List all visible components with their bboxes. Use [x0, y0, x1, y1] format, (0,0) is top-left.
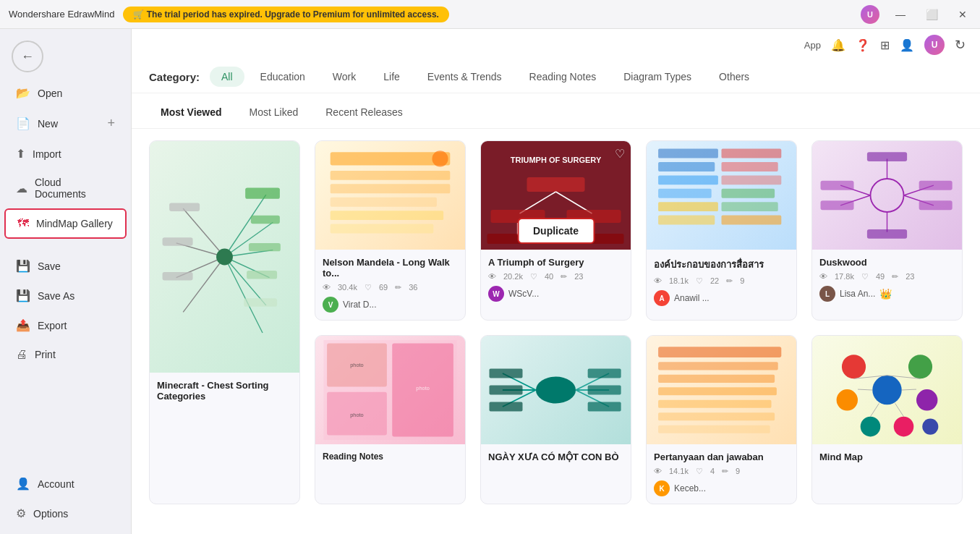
svg-line-1	[225, 222, 273, 257]
svg-rect-19	[331, 152, 451, 165]
window-controls: U — ⬜ ✕	[861, 5, 971, 24]
cat-btn-all[interactable]: All	[210, 67, 244, 87]
sidebar-item-import[interactable]: ⬆ Import	[4, 140, 127, 168]
sidebar-item-cloud[interactable]: ☁ Cloud Documents	[4, 169, 127, 207]
cloud-label: Cloud Documents	[35, 177, 115, 200]
svg-point-68	[536, 377, 576, 404]
svg-rect-46	[658, 216, 715, 225]
cat-btn-reading[interactable]: Reading Notes	[518, 67, 608, 87]
filter-recent[interactable]: Recent Releases	[314, 102, 414, 122]
card-duskwood-author: L Lisa An... 👑	[819, 286, 955, 302]
new-plus-icon: +	[107, 116, 115, 131]
svg-rect-56	[867, 229, 907, 239]
svg-rect-23	[331, 211, 443, 220]
gallery-card-circles[interactable]: Mind Map	[811, 335, 963, 504]
gallery-card-thai[interactable]: องค์ประกอบของการสื่อสาร 👁 18.1k ♡ 22 ✏ 9…	[646, 140, 797, 321]
svg-rect-40	[722, 149, 782, 158]
duplicate-overlay[interactable]: Duplicate	[517, 218, 595, 244]
svg-rect-59	[919, 181, 953, 190]
svg-point-10	[216, 249, 233, 266]
close-button[interactable]: ✕	[954, 7, 971, 22]
sidebar-item-account[interactable]: 👤 Account	[4, 470, 127, 498]
card-nelson-title: Nelson Mandela - Long Walk to...	[323, 257, 458, 279]
svg-line-98	[858, 389, 872, 390]
sidebar-item-export[interactable]: 📤 Export	[4, 311, 127, 339]
sidebar-item-new[interactable]: 📄 New +	[4, 109, 127, 138]
new-icon: 📄	[16, 116, 30, 130]
svg-rect-11	[245, 188, 280, 199]
open-icon: 📂	[16, 86, 30, 100]
cat-btn-diagram[interactable]: Diagram Types	[612, 67, 703, 87]
apps-grid-icon[interactable]: ⊞	[880, 38, 890, 52]
content-area: App 🔔 ❓ ⊞ 👤 U ↻ Category: All Education …	[132, 29, 980, 534]
gallery-card-nelson[interactable]: Nelson Mandela - Long Walk to... 👁 30.4k…	[315, 140, 466, 321]
new-label: New	[38, 118, 58, 130]
options-label: Options	[33, 508, 68, 520]
gallery-card-ngay[interactable]: NGÀY XƯA CÓ MỘT CON BÒ	[480, 335, 631, 504]
views-count: 30.4k	[338, 283, 357, 292]
svg-rect-47	[722, 216, 782, 225]
cat-btn-events[interactable]: Events & Trends	[416, 67, 514, 87]
svg-rect-79	[588, 386, 621, 395]
svg-rect-42	[722, 175, 782, 185]
gallery-card-book[interactable]: photo photo photo Reading Notes	[315, 335, 466, 504]
saveas-icon: 💾	[16, 289, 30, 302]
svg-point-89	[842, 355, 866, 378]
back-button[interactable]: ←	[12, 41, 43, 72]
options-icon: ⚙	[16, 507, 26, 520]
minimize-button[interactable]: —	[891, 7, 910, 22]
sidebar-item-open[interactable]: 📂 Open	[4, 79, 127, 107]
card-pertanyaan-title: Pertanyaan dan jawaban	[654, 452, 789, 462]
svg-rect-81	[658, 347, 781, 357]
card-duskwood-title: Duskwood	[819, 257, 955, 268]
svg-rect-86	[658, 412, 775, 420]
svg-rect-43	[722, 189, 775, 198]
bell-icon[interactable]: 🔔	[831, 38, 845, 52]
category-bar: Category: All Education Work Life Events…	[132, 55, 980, 93]
cat-btn-work[interactable]: Work	[321, 67, 367, 87]
svg-rect-87	[658, 425, 770, 433]
user-avatar[interactable]: U	[861, 5, 879, 24]
filter-most-liked[interactable]: Most Liked	[238, 102, 310, 122]
print-icon: 🖨	[16, 348, 27, 361]
filter-most-viewed[interactable]: Most Viewed	[149, 102, 234, 122]
heart-button-surgery[interactable]: ♡	[615, 147, 625, 161]
open-label: Open	[38, 88, 62, 99]
svg-point-48	[871, 179, 904, 212]
help-icon[interactable]: ❓	[856, 38, 870, 52]
gallery-card-duskwood[interactable]: Duskwood 👁 17.8k ♡ 49 ✏ 23 L Lisa An...	[811, 140, 963, 321]
user-menu-icon[interactable]: 👤	[900, 38, 914, 52]
maximize-button[interactable]: ⬜	[921, 7, 942, 22]
sidebar-item-saveas[interactable]: 💾 Save As	[4, 281, 127, 310]
sidebar-item-options[interactable]: ⚙ Options	[4, 499, 127, 527]
profile-avatar[interactable]: U	[924, 35, 945, 55]
svg-rect-85	[658, 400, 771, 408]
card-pertanyaan-author: K Keceb...	[654, 480, 789, 496]
gallery-card-pertanyaan[interactable]: Pertanyaan dan jawaban 👁 14.1k ♡ 4 ✏ 9 K…	[646, 335, 797, 504]
export-icon: 📤	[16, 318, 30, 332]
likes-count: 69	[379, 283, 388, 292]
card-pertanyaan-stats: 👁 14.1k ♡ 4 ✏ 9	[654, 467, 789, 476]
gallery-card-surgery[interactable]: TRIUMPH OF SURGERY ♡	[480, 140, 631, 321]
cat-btn-others[interactable]: Others	[707, 67, 761, 87]
author-avatar-pertanyaan: K	[654, 480, 670, 496]
cat-btn-life[interactable]: Life	[372, 67, 412, 87]
sidebar-item-gallery[interactable]: 🗺 MindMap Gallery	[4, 208, 127, 239]
app-button[interactable]: App	[804, 40, 821, 51]
svg-rect-37	[658, 162, 715, 171]
svg-line-100	[871, 403, 879, 416]
svg-rect-36	[658, 149, 718, 158]
svg-rect-20	[331, 171, 451, 180]
crown-icon: 👑	[879, 288, 892, 300]
card-circles-title: Mind Map	[819, 452, 955, 462]
sidebar-item-save[interactable]: 💾 Save	[4, 252, 127, 280]
svg-text:photo: photo	[416, 385, 429, 391]
gallery-card-minecraft[interactable]: Minecraft - Chest Sorting Categories	[149, 140, 300, 504]
sidebar-item-print[interactable]: 🖨 Print	[4, 341, 127, 368]
cat-btn-education[interactable]: Education	[249, 67, 317, 87]
svg-rect-58	[821, 200, 854, 210]
upgrade-banner[interactable]: 🛒 The trial period has expired. Upgrade …	[123, 7, 448, 22]
author-avatar-duskwood: L	[819, 286, 835, 302]
card-book-title: Reading Notes	[323, 452, 458, 462]
refresh-icon[interactable]: ↻	[955, 37, 966, 53]
